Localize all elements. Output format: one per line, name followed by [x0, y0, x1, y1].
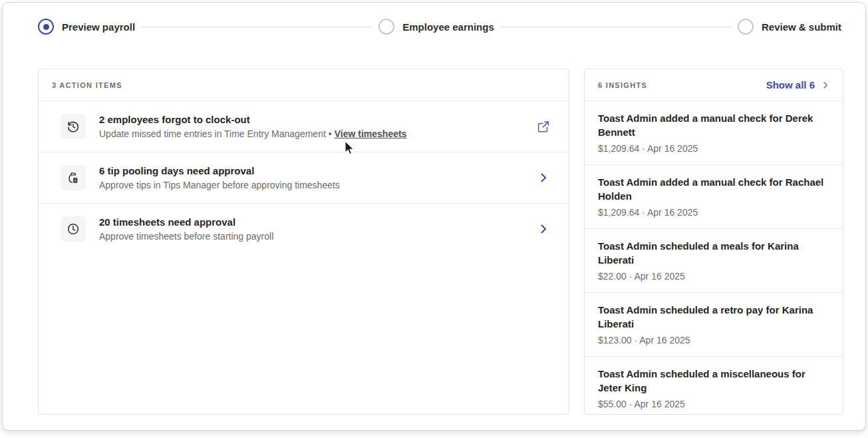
- action-item-description: Update missed time entries in Time Entry…: [99, 128, 521, 139]
- step-label: Review & submit: [762, 21, 841, 33]
- insights-card: 6 Insights Show all 6 Toast Admin added …: [584, 69, 843, 415]
- action-item-tip-pooling[interactable]: 6 tip pooling days need approval Approve…: [39, 152, 569, 203]
- action-item-title: 20 timesheets need approval: [99, 216, 521, 228]
- payroll-stepper: Preview payroll Employee earnings Review…: [38, 19, 841, 35]
- history-clock-icon: [61, 114, 86, 139]
- action-item-body: 6 tip pooling days need approval Approve…: [99, 165, 521, 190]
- insights-header-label: 6 Insights: [598, 81, 647, 89]
- insights-header: 6 Insights Show all 6: [585, 69, 843, 101]
- insight-title: Toast Admin scheduled a miscellaneous fo…: [598, 367, 829, 395]
- insight-meta: $1,209.64 · Apr 16 2025: [598, 207, 829, 218]
- insight-meta: $22.00 · Apr 16 2025: [598, 271, 829, 282]
- bullet-separator: •: [329, 128, 332, 139]
- action-items-header: 3 Action items: [39, 69, 569, 101]
- action-items-header-label: 3 Action items: [52, 81, 122, 89]
- stepper-step-review-submit[interactable]: Review & submit: [738, 19, 841, 35]
- show-all-label: Show all 6: [766, 79, 815, 91]
- view-timesheets-link[interactable]: View timesheets: [335, 128, 407, 139]
- insight-meta: $1,209.64 · Apr 16 2025: [598, 143, 829, 154]
- stepper-step-preview-payroll[interactable]: Preview payroll: [38, 19, 135, 35]
- action-item-description: Approve timesheets before starting payro…: [99, 231, 521, 242]
- action-item-title: 6 tip pooling days need approval: [99, 165, 521, 176]
- insight-title: Toast Admin scheduled a meals for Karina…: [598, 239, 829, 267]
- action-item-body: 20 timesheets need approval Approve time…: [99, 216, 521, 242]
- insight-title: Toast Admin scheduled a retro pay for Ka…: [598, 303, 829, 331]
- action-item-description: Approve tips in Tips Manager before appr…: [99, 180, 521, 190]
- tip-jar-icon: [61, 165, 86, 190]
- step-label: Employee earnings: [402, 21, 494, 33]
- insight-item[interactable]: Toast Admin scheduled a retro pay for Ka…: [585, 292, 843, 356]
- action-item-timesheets[interactable]: 20 timesheets need approval Approve time…: [39, 203, 569, 254]
- chevron-right-icon: [821, 81, 829, 89]
- insight-meta: $55.00 · Apr 16 2025: [598, 399, 829, 409]
- stepper-connector: [501, 27, 731, 27]
- action-item-clock-out[interactable]: 2 employees forgot to clock-out Update m…: [39, 101, 569, 152]
- action-item-body: 2 employees forgot to clock-out Update m…: [99, 114, 521, 139]
- insight-title: Toast Admin added a manual check for Der…: [598, 111, 829, 139]
- insight-item[interactable]: Toast Admin scheduled a miscellaneous fo…: [585, 356, 843, 420]
- stepper-connector: [142, 27, 372, 27]
- step-label: Preview payroll: [62, 21, 135, 33]
- show-all-insights-link[interactable]: Show all 6: [766, 79, 829, 91]
- step-radio-icon: [738, 19, 754, 35]
- chevron-right-icon[interactable]: [534, 172, 553, 183]
- action-item-title: 2 employees forgot to clock-out: [99, 114, 521, 125]
- clock-icon: [61, 216, 86, 242]
- step-radio-icon: [378, 19, 394, 35]
- insight-item[interactable]: Toast Admin added a manual check for Rac…: [585, 164, 843, 228]
- insight-meta: $123.00 · Apr 16 2025: [598, 335, 829, 345]
- insight-title: Toast Admin added a manual check for Rac…: [598, 175, 829, 203]
- action-items-card: 3 Action items 2 employees forgot to clo…: [38, 69, 569, 415]
- insight-item[interactable]: Toast Admin added a manual check for Der…: [585, 101, 843, 164]
- step-radio-icon: [38, 19, 54, 35]
- external-link-icon[interactable]: [534, 119, 553, 134]
- chevron-right-icon[interactable]: [534, 224, 553, 234]
- insight-item[interactable]: Toast Admin scheduled a meals for Karina…: [585, 228, 843, 292]
- stepper-step-employee-earnings[interactable]: Employee earnings: [378, 19, 494, 35]
